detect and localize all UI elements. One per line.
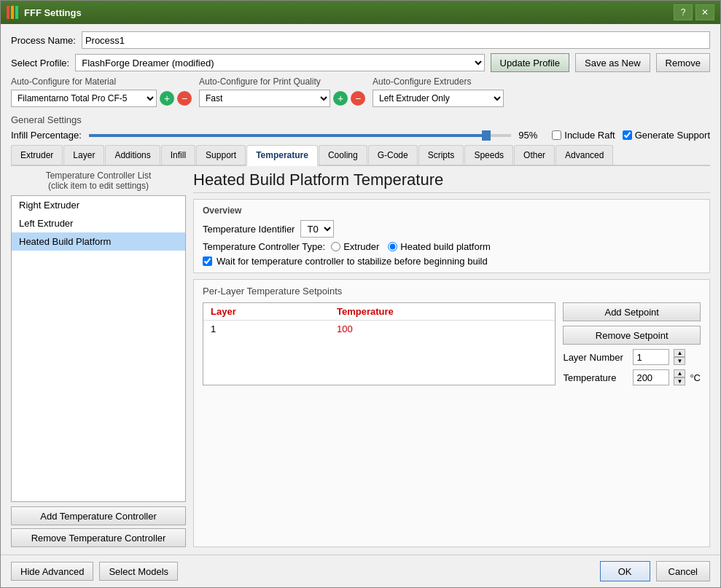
right-panel: Heated Build Platform Temperature Overvi… [193,170,710,547]
select-models-button[interactable]: Select Models [99,562,178,581]
infill-slider[interactable] [89,134,511,137]
help-button[interactable]: ? [674,4,693,20]
tab-infill[interactable]: Infill [161,145,195,165]
bottom-left: Hide Advanced Select Models [11,562,178,581]
include-raft-label: Include Raft [564,130,615,141]
close-button[interactable]: ✕ [695,4,714,20]
window-controls: ? ✕ [674,4,714,20]
tab-support[interactable]: Support [196,145,246,165]
auto-quality-label: Auto-Configure for Print Quality [199,77,365,87]
bottom-bar: Hide Advanced Select Models OK Cancel [1,554,720,587]
tab-cooling[interactable]: Cooling [319,145,367,165]
layer-number-down[interactable]: ▼ [674,357,685,365]
table-row[interactable]: 1 100 [203,321,555,338]
radio-heated-option[interactable]: Heated build platform [388,241,491,252]
app-icon [7,6,18,19]
tab-scripts[interactable]: Scripts [418,145,464,165]
controller-item-heated-build-platform[interactable]: Heated Build Platform [12,232,185,251]
auto-extruder-group: Auto-Configure Extruders Left Extruder O… [373,77,504,107]
generate-support-checkbox[interactable] [623,130,632,140]
remove-setpoint-button[interactable]: Remove Setpoint [563,326,701,345]
temperature-input[interactable] [633,369,669,385]
save-as-new-button[interactable]: Save as New [575,53,650,72]
layer-number-input[interactable] [633,349,669,365]
generate-support-label: Generate Support [635,130,710,141]
temp-identifier-row: Temperature Identifier T0 [203,220,701,238]
temp-identifier-select[interactable]: T0 [300,220,334,238]
update-profile-button[interactable]: Update Profile [491,53,569,72]
main-content: Temperature Controller List (click item … [11,170,710,547]
auto-material-label: Auto-Configure for Material [11,77,192,87]
temp-identifier-label: Temperature Identifier [203,224,295,235]
temperature-up[interactable]: ▲ [674,369,685,377]
col-layer: Layer [203,303,330,321]
general-settings-label: General Settings [11,114,710,125]
radio-heated-build-platform[interactable] [388,242,397,251]
row-layer: 1 [203,321,330,338]
tab-advanced[interactable]: Advanced [556,145,613,165]
include-raft-checkbox[interactable] [552,130,561,140]
controller-item-right-extruder[interactable]: Right Extruder [12,196,185,214]
layer-number-up[interactable]: ▲ [674,349,685,357]
remove-quality-button[interactable]: − [351,91,365,106]
tab-other[interactable]: Other [514,145,555,165]
generate-support-group: Generate Support [623,130,710,141]
remove-button[interactable]: Remove [656,53,710,72]
temperature-spinner: ▲ ▼ [674,369,685,385]
tab-layer[interactable]: Layer [63,145,104,165]
remove-material-button[interactable]: − [177,91,192,106]
tab-gcode[interactable]: G-Code [368,145,418,165]
window-title: FFF Settings [24,7,674,18]
add-setpoint-button[interactable]: Add Setpoint [563,302,701,321]
infill-value: 95% [518,130,545,141]
temp-controller-type-row: Temperature Controller Type: Extruder He… [203,241,701,252]
add-temperature-controller-button[interactable]: Add Temperature Controller [11,506,186,525]
infill-row: Infill Percentage: 95% Include Raft Gene… [11,130,710,141]
row-temperature: 100 [330,321,555,338]
tab-extruder[interactable]: Extruder [11,145,63,165]
setpoints-table: Layer Temperature 1 100 [203,303,555,337]
temperature-down[interactable]: ▼ [674,377,685,385]
include-raft-group: Include Raft [552,130,615,141]
cancel-button[interactable]: Cancel [656,561,710,581]
add-quality-button[interactable]: + [333,91,348,106]
controller-list: Right Extruder Left Extruder Heated Buil… [11,195,186,502]
setpoints-table-wrap: Layer Temperature 1 100 [203,302,556,385]
radio-extruder[interactable] [331,242,340,251]
auto-material-group: Auto-Configure for Material Filamentarno… [11,77,192,107]
wait-checkbox[interactable] [203,256,212,266]
radio-extruder-option[interactable]: Extruder [331,241,379,252]
temp-controller-type-label: Temperature Controller Type: [203,241,325,252]
setpoints-content: Layer Temperature 1 100 [203,302,701,385]
add-material-button[interactable]: + [160,91,174,106]
auto-quality-select[interactable]: Fast [199,90,330,107]
tab-additions[interactable]: Additions [105,145,160,165]
tab-speeds[interactable]: Speeds [464,145,513,165]
auto-material-select[interactable]: Filamentarno Total Pro CF-5 [11,90,157,107]
layer-number-label: Layer Number [563,352,628,363]
auto-extruder-inner: Left Extruder Only [373,90,504,107]
title-bar: FFF Settings ? ✕ [1,1,720,24]
fff-settings-window: FFF Settings ? ✕ Process Name: Select Pr… [0,0,721,588]
layer-number-row: Layer Number ▲ ▼ [563,349,701,365]
select-profile-label: Select Profile: [11,58,69,68]
auto-quality-group: Auto-Configure for Print Quality Fast + … [199,77,365,107]
content-area: Process Name: Select Profile: FlashForge… [1,24,720,554]
select-profile-row: Select Profile: FlashForge Dreamer (modi… [11,53,710,72]
col-temperature: Temperature [330,303,555,321]
temperature-label: Temperature [563,372,628,383]
oc-label: °C [690,372,701,383]
left-panel: Temperature Controller List (click item … [11,170,186,547]
controller-list-title: Temperature Controller List (click item … [11,170,186,191]
controller-item-left-extruder[interactable]: Left Extruder [12,214,185,232]
ok-button[interactable]: OK [600,561,650,581]
left-panel-buttons: Add Temperature Controller Remove Temper… [11,506,186,547]
profile-select[interactable]: FlashForge Dreamer (modified) [75,54,484,71]
tabs-bar: Extruder Layer Additions Infill Support … [11,145,710,166]
process-name-input[interactable] [82,31,710,49]
auto-extruder-select[interactable]: Left Extruder Only [373,90,504,107]
setpoints-controls: Add Setpoint Remove Setpoint Layer Numbe… [563,302,701,385]
tab-temperature[interactable]: Temperature [246,145,318,166]
remove-temperature-controller-button[interactable]: Remove Temperature Controller [11,528,186,547]
hide-advanced-button[interactable]: Hide Advanced [11,562,93,581]
